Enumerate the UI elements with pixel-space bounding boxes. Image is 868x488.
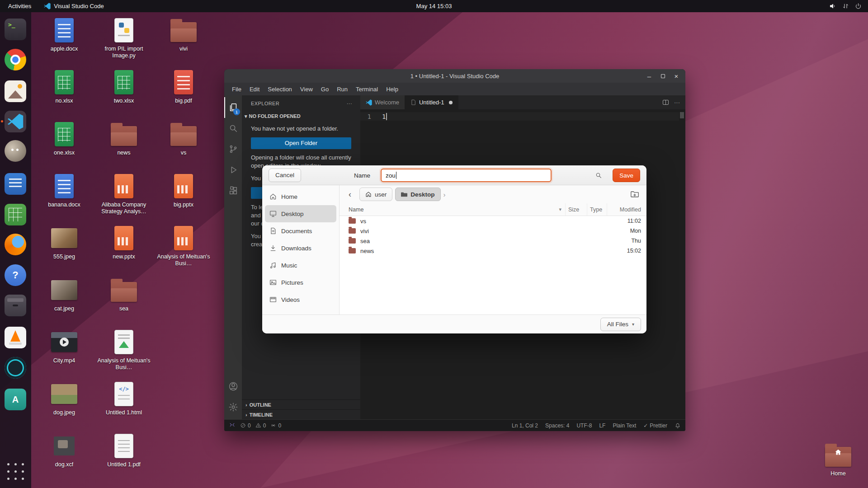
- explorer-view-icon[interactable]: 1: [224, 97, 242, 118]
- menu-view[interactable]: View: [296, 86, 317, 93]
- place-home[interactable]: Home: [265, 188, 336, 205]
- save-button[interactable]: Save: [613, 169, 640, 182]
- file-row[interactable]: vivi Mon: [340, 226, 646, 236]
- extensions-view-icon[interactable]: [224, 180, 242, 201]
- scrollbar-indicator[interactable]: [680, 112, 684, 118]
- cursor-position[interactable]: Ln 1, Col 2: [512, 422, 538, 429]
- place-downloads[interactable]: Downloads: [265, 239, 336, 257]
- desktop-icon[interactable]: dog.jpeg: [34, 380, 94, 432]
- clock[interactable]: May 14 15:03: [416, 3, 452, 9]
- desktop-icon[interactable]: two.xlsx: [94, 68, 154, 120]
- desktop-icon[interactable]: big.pdf: [154, 68, 213, 120]
- notifications-bell[interactable]: [675, 422, 681, 429]
- desktop-icon[interactable]: vs: [154, 120, 213, 172]
- outline-section[interactable]: › OUTLINE: [242, 399, 360, 409]
- run-debug-view-icon[interactable]: [224, 160, 242, 180]
- dock-item-vlc[interactable]: [5, 327, 26, 348]
- menu-help[interactable]: Help: [382, 86, 402, 93]
- minimize-button[interactable]: –: [644, 70, 655, 81]
- eol-sequence[interactable]: LF: [599, 422, 605, 429]
- no-folder-section-header[interactable]: ▾ NO FOLDER OPENED: [242, 111, 360, 121]
- errors-indicator[interactable]: 0: [240, 422, 251, 429]
- desktop-icon[interactable]: Analysis of Meituan's Busi…: [94, 328, 154, 380]
- explorer-more-actions-icon[interactable]: ···: [347, 101, 352, 106]
- search-button[interactable]: [590, 169, 607, 182]
- desktop-icon[interactable]: Alibaba Company Strategy Analys…: [94, 172, 154, 224]
- warnings-indicator[interactable]: 0: [255, 422, 266, 429]
- open-folder-button[interactable]: Open Folder: [251, 137, 351, 149]
- desktop-icon[interactable]: Analysis of Meituan's Busi…: [154, 224, 213, 276]
- search-view-icon[interactable]: [224, 118, 242, 139]
- indentation[interactable]: Spaces: 4: [545, 422, 569, 429]
- remote-indicator[interactable]: [229, 422, 236, 429]
- dock-item-help[interactable]: [5, 264, 26, 286]
- split-editor-icon[interactable]: [663, 100, 669, 105]
- menu-terminal[interactable]: Terminal: [352, 86, 382, 93]
- back-button[interactable]: ‹: [343, 188, 357, 201]
- desktop-icon[interactable]: from PIL import Image.py: [94, 16, 154, 68]
- desktop-icon-home[interactable]: Home: [812, 442, 864, 477]
- column-size[interactable]: Size: [565, 203, 587, 216]
- desktop-icon[interactable]: news: [94, 120, 154, 172]
- dock-item-pycharm[interactable]: [5, 357, 26, 379]
- column-type[interactable]: Type: [587, 203, 607, 216]
- dock-item-libreoffice-writer[interactable]: [5, 173, 26, 195]
- dock-item-archive-manager[interactable]: [5, 295, 26, 316]
- dock-item-terminal[interactable]: [5, 19, 26, 40]
- desktop-icon[interactable]: City.mp4: [34, 328, 94, 380]
- dock-item-gimp[interactable]: [5, 140, 26, 162]
- window-titlebar[interactable]: 1 • Untitled-1 - Visual Studio Code – ×: [224, 69, 685, 83]
- place-desktop[interactable]: Desktop: [265, 205, 336, 222]
- close-button[interactable]: ×: [671, 70, 682, 81]
- system-status-area[interactable]: [830, 3, 868, 9]
- breadcrumb-desktop[interactable]: Desktop: [395, 188, 440, 201]
- maximize-button[interactable]: [657, 70, 668, 81]
- encoding[interactable]: UTF-8: [576, 422, 592, 429]
- file-row[interactable]: vs 11:02: [340, 216, 646, 226]
- desktop-icon[interactable]: banana.docx: [34, 172, 94, 224]
- dirty-indicator-icon[interactable]: [449, 101, 453, 104]
- menu-go[interactable]: Go: [317, 86, 333, 93]
- settings-gear-icon[interactable]: [224, 397, 242, 418]
- cancel-button[interactable]: Cancel: [269, 169, 301, 182]
- place-videos[interactable]: Videos: [265, 291, 336, 308]
- dock-item-firefox[interactable]: [5, 234, 26, 255]
- dock-item-image-viewer[interactable]: [5, 80, 26, 102]
- desktop-icon[interactable]: 555.jpeg: [34, 224, 94, 276]
- column-name[interactable]: Name ▾: [340, 206, 565, 213]
- show-apps-button[interactable]: [5, 460, 26, 482]
- dock-item-software-store[interactable]: [5, 389, 26, 410]
- place-documents[interactable]: Documents: [265, 222, 336, 239]
- file-row[interactable]: sea Thu: [340, 236, 646, 246]
- desktop-icon[interactable]: Untitled 1.html: [94, 380, 154, 432]
- place-music[interactable]: Music: [265, 257, 336, 274]
- menu-run[interactable]: Run: [333, 86, 352, 93]
- desktop-icon[interactable]: dog.xcf: [34, 432, 94, 484]
- desktop-icon[interactable]: one.xlsx: [34, 120, 94, 172]
- file-row[interactable]: news 15:02: [340, 246, 646, 256]
- desktop-icon[interactable]: Untitled 1.pdf: [94, 432, 154, 484]
- activities-button[interactable]: Activities: [0, 0, 39, 12]
- place-pictures[interactable]: Pictures: [265, 274, 336, 291]
- menu-file[interactable]: File: [228, 86, 245, 93]
- desktop-icon[interactable]: sea: [94, 276, 154, 328]
- menu-selection[interactable]: Selection: [264, 86, 296, 93]
- desktop-icon[interactable]: apple.docx: [34, 16, 94, 68]
- tab-welcome[interactable]: Welcome: [360, 95, 405, 109]
- account-icon[interactable]: [224, 376, 242, 397]
- breadcrumb-user[interactable]: user: [359, 188, 392, 201]
- editor-more-actions-icon[interactable]: ···: [674, 99, 680, 106]
- ports-indicator[interactable]: 0: [270, 422, 281, 429]
- column-modified[interactable]: Modified: [607, 203, 646, 216]
- new-folder-button[interactable]: [627, 188, 643, 201]
- filename-input[interactable]: zou: [381, 169, 552, 182]
- menu-edit[interactable]: Edit: [245, 86, 264, 93]
- language-mode[interactable]: Plain Text: [613, 422, 636, 429]
- desktop-icon[interactable]: no.xlsx: [34, 68, 94, 120]
- dock-item-vscode[interactable]: [5, 111, 26, 132]
- file-type-filter[interactable]: All Files ▾: [600, 318, 641, 331]
- desktop-icon[interactable]: new.pptx: [94, 224, 154, 276]
- timeline-section[interactable]: › TIMELINE: [242, 409, 360, 419]
- desktop-icon[interactable]: cat.jpeg: [34, 276, 94, 328]
- source-control-view-icon[interactable]: [224, 139, 242, 160]
